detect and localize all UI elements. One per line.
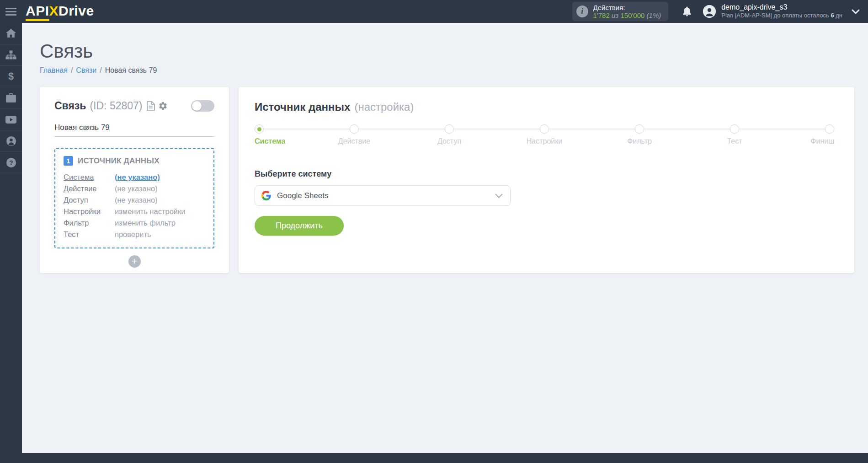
step-circle xyxy=(255,124,264,134)
summary-row-filter: Фильтр изменить фильтр xyxy=(64,217,205,229)
sidebar: $ ? xyxy=(0,23,22,463)
summary-row-test: Тест проверить xyxy=(64,229,205,240)
actions-counts: 1'782 из 150'000 (1%) xyxy=(593,11,661,19)
row-label: Тест xyxy=(64,229,115,240)
row-value: (не указано) xyxy=(115,183,205,194)
main-content: Связь Главная / Связи / Новая связь 79 С… xyxy=(22,23,868,453)
breadcrumb: Главная / Связи / Новая связь 79 xyxy=(40,66,854,75)
step-settings[interactable]: Настройки xyxy=(540,124,549,134)
user-plan: Plan |ADM-AP-SM| до оплаты осталось 6 дн xyxy=(721,11,842,20)
app-logo[interactable]: APIXDrive xyxy=(26,3,94,20)
video-icon xyxy=(5,116,16,124)
row-label: Настройки xyxy=(64,206,115,217)
continue-button[interactable]: Продолжить xyxy=(255,216,344,236)
breadcrumb-separator: / xyxy=(71,66,73,75)
sidebar-item-video[interactable] xyxy=(0,109,22,130)
summary-row-system[interactable]: Система (не указано) xyxy=(64,172,205,183)
logo-text-x: X xyxy=(49,3,59,19)
step-circle xyxy=(730,124,739,134)
sidebar-item-billing[interactable]: $ xyxy=(0,66,22,87)
step-circle xyxy=(540,124,549,134)
step-label: Тест xyxy=(727,137,742,145)
row-value: изменить фильтр xyxy=(115,217,205,229)
step-test[interactable]: Тест xyxy=(730,124,739,134)
step-label: Доступ xyxy=(437,137,461,145)
chevron-down-icon xyxy=(495,194,503,198)
sidebar-item-home[interactable] xyxy=(0,23,22,44)
profile-icon xyxy=(6,136,16,146)
row-value: изменить настройки xyxy=(115,206,205,217)
connection-id: (ID: 52807) xyxy=(90,100,142,112)
topbar: APIXDrive i Действия: 1'782 из 150'000 (… xyxy=(0,0,868,23)
source-panel-subtitle: (настройка) xyxy=(354,101,414,113)
gear-icon[interactable] xyxy=(158,101,168,111)
step-circle xyxy=(635,124,644,134)
user-name: demo_apix-drive_s3 xyxy=(721,3,842,11)
actions-used: 1'782 xyxy=(593,11,610,19)
step-circle xyxy=(350,124,359,134)
step-number-badge: 1 xyxy=(64,156,73,166)
connection-name-input[interactable] xyxy=(54,123,214,137)
sidebar-item-profile[interactable] xyxy=(0,130,22,152)
actions-percent: (1%) xyxy=(647,11,661,19)
step-label: Действие xyxy=(338,137,370,145)
help-icon: ? xyxy=(6,157,16,168)
actions-counter-widget[interactable]: i Действия: 1'782 из 150'000 (1%) xyxy=(572,2,669,21)
user-avatar[interactable] xyxy=(703,5,716,18)
system-select-dropdown[interactable]: Google Sheets xyxy=(255,185,511,206)
data-source-section-title: ИСТОЧНИК ДАННЫХ xyxy=(78,156,160,166)
source-setup-panel: Источник данных (настройка) Система Дейс… xyxy=(239,87,854,273)
row-value[interactable]: (не указано) xyxy=(115,172,205,183)
step-label: Система xyxy=(255,137,285,145)
step-label: Фильтр xyxy=(627,137,652,145)
days-left-value: 6 xyxy=(831,12,834,19)
actions-total: 150'000 xyxy=(620,11,644,19)
menu-icon[interactable] xyxy=(0,0,22,23)
sidebar-item-help[interactable]: ? xyxy=(0,152,22,173)
summary-row-settings: Настройки изменить настройки xyxy=(64,206,205,217)
step-action[interactable]: Действие xyxy=(350,124,359,134)
summary-row-action: Действие (не указано) xyxy=(64,183,205,194)
step-filter[interactable]: Фильтр xyxy=(635,124,644,134)
step-circle xyxy=(825,124,834,134)
document-icon[interactable] xyxy=(147,101,155,111)
setup-stepper: Система Действие Доступ Настройки Фильтр… xyxy=(255,124,834,148)
actions-of-word: из xyxy=(612,11,618,19)
row-label: Действие xyxy=(64,183,115,194)
page-title: Связь xyxy=(40,40,854,62)
row-label: Доступ xyxy=(64,194,115,206)
sidebar-item-connections[interactable] xyxy=(0,44,22,66)
logo-text-api: API xyxy=(26,3,49,20)
breadcrumb-connections-link[interactable]: Связи xyxy=(76,66,96,75)
step-label: Финиш xyxy=(810,137,834,145)
user-menu[interactable]: demo_apix-drive_s3 Plan |ADM-AP-SM| до о… xyxy=(721,3,842,20)
step-circle xyxy=(445,124,454,134)
breadcrumb-current: Новая связь 79 xyxy=(105,66,157,75)
row-label[interactable]: Система xyxy=(64,172,115,183)
home-icon xyxy=(6,29,16,38)
step-label: Настройки xyxy=(527,137,562,145)
data-source-summary-box[interactable]: 1 ИСТОЧНИК ДАННЫХ Система (не указано) Д… xyxy=(54,148,214,248)
footer-bar xyxy=(0,453,868,463)
row-value: проверить xyxy=(115,229,205,240)
row-label: Фильтр xyxy=(64,217,115,229)
info-icon: i xyxy=(576,5,588,17)
breadcrumb-home-link[interactable]: Главная xyxy=(40,66,68,75)
select-system-label: Выберите систему xyxy=(255,169,834,179)
connection-card-title: Связь xyxy=(54,100,86,112)
step-finish[interactable]: Финиш xyxy=(825,124,834,134)
briefcase-icon xyxy=(6,93,16,102)
source-panel-title: Источник данных xyxy=(255,101,350,113)
user-menu-chevron-icon[interactable] xyxy=(852,9,860,14)
dollar-icon: $ xyxy=(8,71,14,81)
logo-text-drive: Drive xyxy=(59,3,94,19)
connection-enable-toggle[interactable] xyxy=(191,100,214,112)
sidebar-item-services[interactable] xyxy=(0,87,22,109)
selected-system-value: Google Sheets xyxy=(277,191,495,200)
notifications-bell-icon[interactable] xyxy=(682,6,692,17)
summary-row-access: Доступ (не указано) xyxy=(64,194,205,206)
step-system[interactable]: Система xyxy=(255,124,264,134)
add-step-button[interactable]: + xyxy=(128,255,141,268)
svg-text:?: ? xyxy=(9,159,13,166)
step-access[interactable]: Доступ xyxy=(445,124,454,134)
